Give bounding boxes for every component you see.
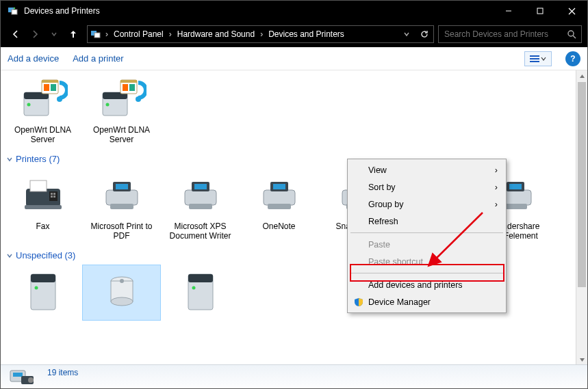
printer-icon	[255, 171, 304, 220]
unspecified-item[interactable]	[161, 265, 240, 321]
svg-point-16	[27, 103, 30, 107]
command-bar: Add a device Add a printer ?	[1, 47, 587, 70]
search-input[interactable]	[439, 29, 562, 39]
printer-item-fax[interactable]: Fax	[3, 168, 82, 245]
svg-rect-38	[106, 190, 138, 205]
breadcrumb[interactable]: › Control Panel › Hardware and Sound › D…	[87, 25, 434, 43]
svg-rect-74	[13, 373, 23, 377]
maximize-button[interactable]	[524, 1, 556, 21]
item-label: Microsoft XPS Document Writer	[162, 222, 238, 241]
status-count: 19 items	[47, 368, 78, 377]
menu-item-refresh[interactable]: Refresh	[349, 213, 504, 230]
close-button[interactable]	[556, 1, 587, 21]
svg-rect-26	[120, 80, 137, 83]
recent-locations-button[interactable]	[44, 25, 64, 44]
printer-icon	[176, 171, 225, 220]
chevron-down-icon	[5, 252, 14, 259]
server-icon	[176, 267, 225, 317]
crumb-control-panel[interactable]: Control Panel	[110, 26, 168, 42]
svg-point-68	[120, 279, 124, 283]
svg-rect-18	[42, 80, 58, 83]
menu-item-paste-shortcut: Paste shortcut	[349, 253, 504, 270]
window-buttons	[493, 1, 587, 21]
scroll-thumb[interactable]	[578, 82, 586, 287]
svg-rect-36	[53, 196, 55, 198]
server-icon	[18, 267, 68, 317]
fax-icon	[18, 171, 68, 220]
svg-point-21	[57, 96, 62, 102]
menu-item-add-devices-and-printers[interactable]: Add devices and printers	[349, 276, 504, 293]
device-item[interactable]: OpenWrt DLNA Server	[82, 72, 161, 148]
svg-rect-28	[129, 84, 135, 91]
svg-point-76	[28, 377, 34, 383]
help-button[interactable]: ?	[565, 51, 580, 66]
unspecified-item[interactable]	[82, 265, 161, 321]
history-dropdown-button[interactable]	[398, 31, 416, 38]
svg-rect-11	[530, 55, 539, 57]
svg-rect-27	[123, 84, 128, 91]
group-label: Printers (7)	[16, 154, 60, 164]
svg-rect-41	[110, 204, 133, 209]
printer-item[interactable]: Microsoft XPS Document Writer	[161, 168, 240, 245]
group-label: Unspecified (3)	[16, 250, 75, 260]
svg-rect-20	[51, 84, 56, 91]
chevron-right-icon[interactable]: ›	[259, 29, 264, 39]
item-label: OneNote	[262, 222, 295, 231]
chevron-right-icon: ›	[495, 200, 498, 209]
view-options-button[interactable]	[524, 51, 552, 66]
menu-item-view[interactable]: View›	[349, 161, 504, 178]
menu-item-group-by[interactable]: Group by›	[349, 196, 504, 213]
svg-rect-42	[185, 190, 216, 205]
vertical-scrollbar[interactable]	[576, 70, 587, 366]
forward-button[interactable]	[25, 25, 44, 44]
search-icon[interactable]	[562, 29, 581, 39]
search-box[interactable]	[438, 25, 582, 43]
chevron-right-icon[interactable]: ›	[168, 29, 173, 39]
svg-rect-70	[188, 274, 213, 282]
svg-point-67	[111, 297, 133, 306]
printer-icon	[97, 171, 146, 220]
svg-rect-12	[530, 58, 539, 59]
window-title: Devices and Printers	[24, 6, 493, 16]
printer-item[interactable]: OneNote	[240, 168, 318, 245]
menu-separator	[350, 232, 503, 233]
svg-rect-46	[264, 190, 295, 205]
location-icon	[88, 29, 104, 40]
svg-rect-45	[189, 204, 212, 209]
svg-rect-13	[530, 61, 539, 62]
menu-item-sort-by[interactable]: Sort by›	[349, 178, 504, 196]
svg-rect-19	[44, 84, 49, 91]
refresh-button[interactable]	[416, 29, 433, 39]
add-printer-link[interactable]: Add a printer	[73, 53, 123, 64]
unspecified-item[interactable]	[3, 265, 82, 321]
svg-point-71	[192, 286, 195, 290]
svg-rect-33	[51, 193, 53, 195]
title-bar: Devices and Printers	[1, 1, 587, 21]
svg-rect-4	[537, 8, 543, 14]
add-device-link[interactable]: Add a device	[8, 53, 59, 64]
crumb-devices-printers[interactable]: Devices and Printers	[264, 26, 348, 42]
scroll-up-button[interactable]	[576, 70, 587, 82]
device-item[interactable]: OpenWrt DLNA Server	[3, 72, 82, 148]
window-icon	[8, 5, 18, 16]
item-label: Fax	[36, 222, 49, 231]
chevron-right-icon[interactable]: ›	[104, 29, 110, 39]
svg-rect-1	[12, 10, 17, 14]
printer-item[interactable]: Microsoft Print to PDF	[82, 168, 161, 245]
media-server-icon	[18, 75, 68, 124]
devices-icon	[8, 366, 36, 387]
chevron-right-icon: ›	[495, 183, 498, 192]
context-menu: View› Sort by› Group by› Refresh Paste P…	[347, 159, 507, 313]
menu-item-device-manager[interactable]: Device Manager	[349, 293, 504, 310]
items-canvas[interactable]: OpenWrt DLNA Server O	[1, 70, 576, 366]
minimize-button[interactable]	[493, 1, 524, 21]
svg-rect-8	[94, 33, 100, 38]
svg-rect-37	[25, 205, 62, 209]
back-button[interactable]	[6, 25, 25, 44]
view-area: OpenWrt DLNA Server O	[1, 70, 587, 366]
up-button[interactable]	[64, 25, 83, 44]
svg-rect-40	[116, 184, 128, 189]
svg-rect-44	[194, 184, 207, 189]
menu-separator	[350, 273, 503, 273]
crumb-hardware-sound[interactable]: Hardware and Sound	[173, 26, 259, 42]
